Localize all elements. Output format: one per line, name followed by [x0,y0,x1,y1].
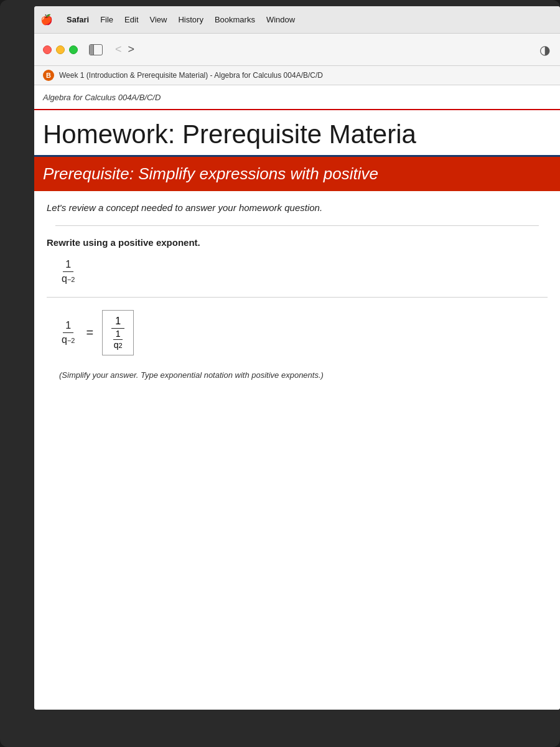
menubar-history[interactable]: History [178,15,203,24]
menubar-bookmarks[interactable]: Bookmarks [215,15,255,24]
answer-box[interactable]: 1 1 q2 [102,310,134,355]
page-content: Homework: Prerequisite Materia Prerequis… [34,110,560,710]
equation-row: 1 q−2 = 1 1 [47,304,548,362]
fullscreen-button[interactable] [69,45,78,54]
menubar-window[interactable]: Window [266,15,295,24]
address-bar[interactable]: B Week 1 (Introduction & Prerequisite Ma… [34,66,560,85]
site-favicon: B [43,70,54,81]
breadcrumb-bar: Algebra for Calculus 004A/B/C/D [34,85,560,110]
fraction-numerator: 1 [63,259,73,272]
nf-inner-num: 1 [113,329,123,340]
nf-inner-den: q2 [114,340,123,350]
sidebar-toggle-button[interactable] [89,44,103,55]
content-area: Let's review a concept needed to answer … [34,191,560,237]
nf-bottom: 1 q2 [113,329,123,350]
first-fraction-area: 1 q−2 [47,259,548,284]
minimize-button[interactable] [56,45,65,54]
screen: 🍎 Safari File Edit View History Bookmark… [34,6,560,710]
equation-left-fraction: 1 q−2 [59,320,77,345]
fraction-denominator: q−2 [59,272,77,284]
page-title-section: Homework: Prerequisite Materia [34,110,560,157]
divider-2 [47,297,548,298]
equals-sign: = [86,326,93,340]
menubar-safari[interactable]: Safari [67,15,89,24]
breadcrumb-text: Algebra for Calculus 004A/B/C/D [43,93,161,102]
back-button[interactable]: < [113,43,124,56]
divider-1 [55,225,539,226]
hint-text: (Simplify your answer. Type exponential … [47,367,548,383]
eq-left-den: q−2 [59,333,77,345]
first-fraction: 1 q−2 [59,259,77,284]
nf-top: 1 [111,316,124,329]
forward-button[interactable]: > [126,43,138,56]
page-title: Homework: Prerequisite Materia [43,120,551,155]
section-header-text: Prerequisite: Simplify expressions with … [43,164,378,183]
menubar: 🍎 Safari File Edit View History Bookmark… [34,6,560,34]
menubar-edit[interactable]: Edit [124,15,138,24]
safari-toolbar: < > ◑ [34,34,560,66]
nested-fraction: 1 1 q2 [111,316,124,350]
concept-text: Let's review a concept needed to answer … [47,202,548,213]
instruction-text: Rewrite using a positive exponent. [47,237,548,248]
menubar-view[interactable]: View [150,15,167,24]
traffic-lights [43,45,78,54]
instruction-area: Rewrite using a positive exponent. 1 q−2 [34,237,560,390]
section-header: Prerequisite: Simplify expressions with … [34,157,560,191]
menubar-file[interactable]: File [100,15,113,24]
close-button[interactable] [43,45,52,54]
navigation-buttons: < > [113,43,137,56]
eq-left-num: 1 [63,320,73,333]
privacy-icon[interactable]: ◑ [538,42,551,58]
apple-menu-icon[interactable]: 🍎 [40,14,53,26]
address-text: Week 1 (Introduction & Prerequisite Mate… [59,71,323,80]
